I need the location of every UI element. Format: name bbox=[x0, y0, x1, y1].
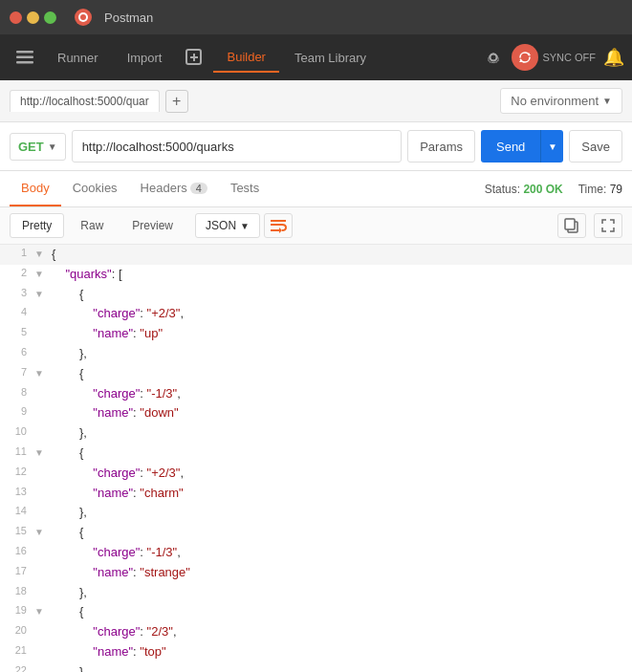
line-content: "charge": "+2/3", bbox=[48, 464, 632, 484]
line-number: 11 bbox=[0, 444, 34, 464]
add-tab-button[interactable]: + bbox=[165, 90, 188, 113]
table-row: 17 "name": "strange" bbox=[0, 563, 632, 583]
save-button[interactable]: Save bbox=[569, 130, 622, 163]
plus-icon: + bbox=[172, 93, 181, 110]
format-chevron-icon: ▼ bbox=[240, 221, 250, 231]
sidebar-icon bbox=[16, 51, 33, 64]
send-dropdown-button[interactable]: ▼ bbox=[540, 130, 563, 163]
line-number: 17 bbox=[0, 563, 34, 583]
wrap-button[interactable] bbox=[264, 213, 293, 238]
line-toggle[interactable]: ▼ bbox=[34, 602, 48, 622]
table-row: 10 }, bbox=[0, 423, 632, 444]
svg-rect-4 bbox=[16, 56, 33, 59]
table-row: 16 "charge": "-1/3", bbox=[0, 543, 632, 563]
table-row: 22 }, bbox=[0, 662, 632, 672]
line-toggle bbox=[34, 324, 48, 344]
table-row: 1▼{ bbox=[0, 245, 632, 265]
line-content: "name": "up" bbox=[48, 324, 632, 344]
tab-tests[interactable]: Tests bbox=[219, 171, 271, 206]
line-toggle bbox=[34, 503, 48, 523]
url-input[interactable] bbox=[72, 130, 403, 163]
runner-button[interactable]: Runner bbox=[44, 42, 112, 73]
table-row: 4 "charge": "+2/3", bbox=[0, 304, 632, 324]
sidebar-toggle-button[interactable] bbox=[8, 42, 42, 73]
sync-icon bbox=[512, 44, 538, 71]
titlebar: Postman bbox=[0, 0, 632, 34]
tab-body[interactable]: Body bbox=[10, 171, 61, 206]
table-row: 14 }, bbox=[0, 503, 632, 523]
copy-button[interactable] bbox=[557, 213, 586, 238]
line-content: "charge": "-1/3", bbox=[48, 384, 632, 404]
line-number: 19 bbox=[0, 602, 34, 622]
format-label: JSON bbox=[206, 219, 236, 232]
line-number: 2 bbox=[0, 265, 34, 285]
expand-icon bbox=[600, 218, 616, 233]
format-selector[interactable]: JSON ▼ bbox=[195, 213, 260, 238]
status-label: Status: 200 OK bbox=[485, 183, 563, 196]
line-number: 20 bbox=[0, 622, 34, 642]
sync-arrows-icon bbox=[518, 51, 532, 64]
line-content: { bbox=[48, 602, 632, 622]
time-label: Time: 79 bbox=[578, 183, 622, 196]
send-chevron-icon: ▼ bbox=[548, 141, 557, 152]
line-content: "name": "strange" bbox=[48, 563, 632, 583]
bell-icon[interactable]: 🔔 bbox=[603, 47, 624, 68]
tab-headers[interactable]: Headers4 bbox=[129, 171, 219, 206]
line-toggle[interactable]: ▼ bbox=[34, 245, 48, 265]
maximize-button[interactable] bbox=[44, 11, 56, 24]
line-number: 13 bbox=[0, 484, 34, 504]
import-button[interactable]: Import bbox=[114, 42, 176, 73]
line-number: 6 bbox=[0, 344, 34, 364]
line-number: 18 bbox=[0, 583, 34, 603]
table-row: 15▼ { bbox=[0, 523, 632, 543]
send-group: Send ▼ bbox=[481, 130, 563, 163]
table-row: 9 "name": "down" bbox=[0, 403, 632, 423]
method-label: GET bbox=[18, 140, 44, 154]
line-toggle[interactable]: ▼ bbox=[34, 285, 48, 305]
line-toggle bbox=[34, 642, 48, 662]
app-icon bbox=[74, 8, 93, 27]
minimize-button[interactable] bbox=[27, 11, 39, 24]
expand-button[interactable] bbox=[594, 213, 622, 238]
environment-chevron-icon: ▼ bbox=[602, 96, 612, 106]
navbar: Runner Import Builder Team Library bbox=[0, 34, 632, 80]
params-button[interactable]: Params bbox=[407, 130, 475, 163]
url-tab[interactable]: http://localhost:5000/quar bbox=[10, 90, 160, 112]
raw-button[interactable]: Raw bbox=[68, 213, 116, 238]
new-tab-button[interactable] bbox=[177, 42, 211, 73]
send-button[interactable]: Send bbox=[481, 130, 540, 163]
line-number: 3 bbox=[0, 285, 34, 305]
line-toggle[interactable]: ▼ bbox=[34, 444, 48, 464]
svg-rect-3 bbox=[16, 51, 33, 54]
team-library-button[interactable]: Team Library bbox=[281, 42, 380, 73]
table-row: 12 "charge": "+2/3", bbox=[0, 464, 632, 484]
table-row: 3▼ { bbox=[0, 285, 632, 305]
line-toggle[interactable]: ▼ bbox=[34, 364, 48, 384]
line-number: 5 bbox=[0, 324, 34, 344]
line-toggle[interactable]: ▼ bbox=[34, 265, 48, 285]
environment-selector[interactable]: No environment ▼ bbox=[500, 88, 622, 114]
line-toggle[interactable]: ▼ bbox=[34, 523, 48, 543]
builder-button[interactable]: Builder bbox=[213, 42, 278, 73]
line-content: }, bbox=[48, 662, 632, 672]
window-controls bbox=[10, 11, 56, 24]
environment-label: No environment bbox=[511, 94, 599, 108]
svg-rect-17 bbox=[565, 219, 575, 229]
time-value: 79 bbox=[610, 183, 622, 196]
line-toggle bbox=[34, 403, 48, 423]
tabs-status: Status: 200 OK Time: 79 bbox=[485, 183, 622, 196]
close-button[interactable] bbox=[10, 11, 22, 24]
line-content: "name": "top" bbox=[48, 642, 632, 662]
svg-point-2 bbox=[80, 14, 86, 20]
status-value: 200 OK bbox=[523, 183, 562, 196]
tab-cookies[interactable]: Cookies bbox=[61, 171, 129, 206]
line-content: { bbox=[48, 523, 632, 543]
line-content: }, bbox=[48, 503, 632, 523]
method-selector[interactable]: GET ▼ bbox=[10, 133, 66, 161]
json-output: 1▼{2▼ "quarks": [3▼ {4 "charge": "+2/3",… bbox=[0, 245, 632, 672]
pretty-button[interactable]: Pretty bbox=[10, 213, 64, 238]
line-content: "charge": "-1/3", bbox=[48, 543, 632, 563]
settings-icon[interactable] bbox=[483, 47, 504, 68]
preview-button[interactable]: Preview bbox=[120, 213, 185, 238]
line-toggle bbox=[34, 543, 48, 563]
